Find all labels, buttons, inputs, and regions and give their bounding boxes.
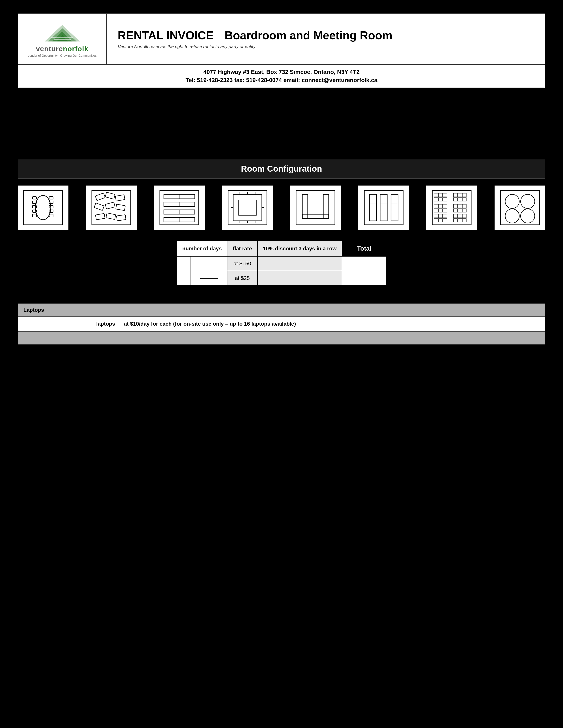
svg-rect-39 — [239, 200, 256, 215]
row1-rate: at $150 — [227, 256, 257, 271]
circles-diagram-box — [495, 186, 545, 230]
svg-rect-56 — [364, 190, 403, 225]
black-spacer — [18, 88, 545, 154]
table-row: at $150 — [177, 256, 386, 271]
row1-label — [177, 256, 191, 271]
oval-diagram-icon — [23, 190, 63, 225]
blank-line-1 — [200, 264, 218, 264]
laptops-label-text: laptops — [96, 321, 115, 327]
invoice-label: RENTAL INVOICE — [118, 29, 213, 42]
row1-discount — [257, 256, 342, 271]
grid-diagram-box — [426, 186, 477, 230]
blank-line-2 — [200, 278, 218, 279]
columns-diagram-box — [358, 186, 409, 230]
hollow-square-diagram-box — [222, 186, 273, 230]
svg-rect-52 — [296, 190, 335, 225]
room-config-header: Room Configuration — [18, 159, 545, 179]
header: venturenorfolk Lender of Opportunity | G… — [18, 13, 545, 65]
u-shape-diagram-box — [290, 186, 341, 230]
row2-discount — [257, 271, 342, 285]
row2-label — [177, 271, 191, 285]
circles-diagram-icon — [500, 190, 540, 225]
u-shape-diagram-icon — [296, 190, 336, 225]
pricing-area: number of days flat rate 10% discount 3 … — [18, 241, 545, 286]
laptops-section: Laptops laptops at $10/day for each (for… — [18, 303, 545, 345]
grid-diagram-icon — [432, 190, 472, 225]
col2-header: flat rate — [227, 241, 257, 256]
col3-header: 10% discount 3 days in a row — [257, 241, 342, 256]
row1-total — [342, 256, 386, 271]
oval-diagram-box — [18, 186, 68, 230]
room-label: Boardroom and Meeting Room — [224, 29, 392, 42]
svg-rect-4 — [51, 37, 73, 38]
invoice-note: Venture Norfolk reserves the right to re… — [118, 44, 534, 49]
columns-diagram-icon — [364, 190, 404, 225]
address-line2: Tel: 519-428-2323 fax: 519-428-0074 emai… — [23, 77, 540, 84]
address-line1: 4077 Highway #3 East, Box 732 Simcoe, On… — [23, 69, 540, 75]
logo-norfolk-text: norfolk — [63, 45, 88, 53]
laptops-content-row: laptops at $10/day for each (for on-site… — [18, 317, 545, 332]
svg-rect-5 — [54, 39, 71, 40]
row2-days — [191, 271, 227, 285]
title-section: RENTAL INVOICE Boardroom and Meeting Roo… — [107, 14, 545, 64]
row2-rate: at $25 — [227, 271, 257, 285]
row1-days — [191, 256, 227, 271]
col1-header: number of days — [177, 241, 227, 256]
address-bar: 4077 Highway #3 East, Box 732 Simcoe, On… — [18, 65, 545, 88]
classroom-diagram-box — [154, 186, 205, 230]
room-config-section: Room Configuration — [18, 159, 545, 345]
logo-venture-text: venture — [36, 45, 63, 53]
logo-section: venturenorfolk Lender of Opportunity | G… — [18, 14, 107, 64]
laptops-section-label: Laptops — [23, 307, 72, 313]
laptops-footer-row — [18, 332, 545, 345]
pricing-table: number of days flat rate 10% discount 3 … — [177, 241, 387, 286]
logo-tagline: Lender of Opportunity | Growing Our Comm… — [28, 54, 97, 57]
laptops-description: at $10/day for each (for on-site use onl… — [124, 321, 296, 327]
laptops-header-row: Laptops — [18, 303, 545, 317]
row2-total — [342, 271, 386, 285]
laptops-input-area: laptops at $10/day for each (for on-site… — [72, 321, 296, 327]
col4-header: Total — [342, 241, 386, 256]
logo-icon — [38, 21, 86, 45]
scattered-diagram-box — [86, 186, 137, 230]
classroom-diagram-icon — [159, 190, 199, 225]
hollow-square-diagram-icon — [227, 190, 267, 225]
table-row: at $25 — [177, 271, 386, 285]
room-config-title: Room Configuration — [241, 164, 322, 173]
scattered-diagram-icon — [91, 190, 131, 225]
diagrams-row — [18, 179, 545, 236]
bottom-black — [18, 345, 545, 521]
laptops-blank — [72, 321, 90, 327]
